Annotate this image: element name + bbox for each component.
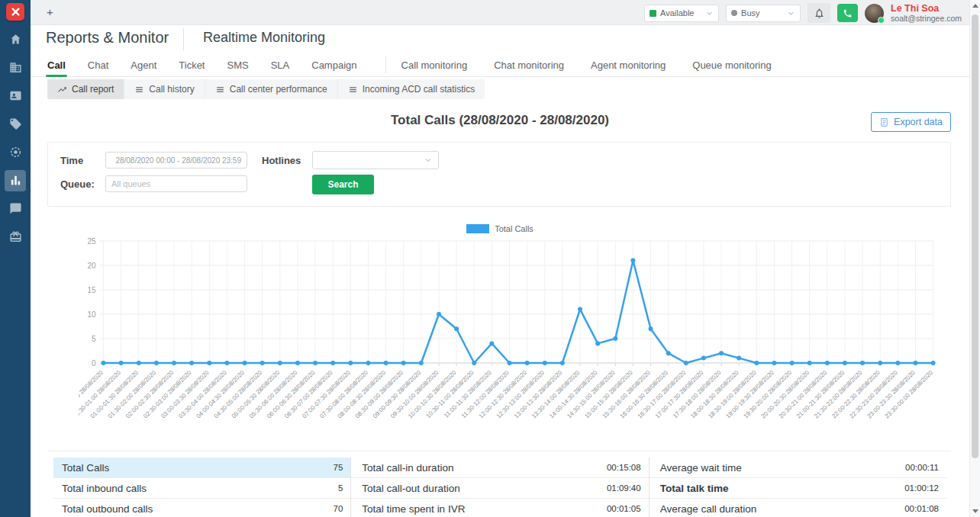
stat-row-total-time-spent-in-ivr[interactable]: Total time spent in IVR00:01:05 (351, 499, 648, 517)
bell-icon (814, 8, 825, 19)
time-range-value: 28/08/2020 00:00 - 28/08/2020 23:59 (115, 156, 241, 165)
stat-value: 01:09:40 (607, 483, 641, 493)
stat-label: Total call-in duration (362, 462, 453, 474)
tab-sms[interactable]: SMS (226, 53, 250, 76)
tabs-divider (385, 56, 386, 73)
page-scrollbar[interactable] (969, 0, 980, 517)
stats-column: Average wait time00:00:11Total talk time… (650, 458, 946, 517)
chevron-down-icon (705, 9, 714, 18)
tab-sla[interactable]: SLA (269, 53, 292, 76)
target-icon (5, 142, 26, 163)
busy-value: Busy (741, 8, 759, 18)
subtab-call-report[interactable]: Call report (47, 79, 124, 99)
user-info[interactable]: Le Thi Soa soalt@stringee.com (891, 3, 965, 23)
sidebar-item-addons[interactable] (0, 223, 31, 251)
availability-select[interactable]: Available (644, 5, 719, 22)
tab-agent[interactable]: Agent (129, 53, 158, 76)
stat-row-total-call-out-duration[interactable]: Total call-out duration01:09:40 (351, 478, 648, 499)
svg-text:25: 25 (87, 237, 96, 246)
list-icon (348, 85, 358, 95)
stat-label: Total outbound calls (62, 503, 153, 515)
stat-row-total-calls[interactable]: Total Calls75 (53, 458, 350, 478)
available-status-icon (650, 10, 656, 17)
search-button[interactable]: Search (312, 175, 374, 194)
notifications-button[interactable] (808, 3, 830, 23)
subtab-label: Call center performance (230, 84, 327, 95)
chevron-down-icon (787, 9, 795, 18)
chat-bubble-icon (5, 198, 26, 220)
stat-label: Total talk time (660, 483, 729, 494)
scrollbar-thumb[interactable] (972, 14, 978, 458)
subtab-call-center-performance[interactable]: Call center performance (205, 79, 338, 99)
stat-row-total-talk-time[interactable]: Total talk time01:00:12 (650, 478, 946, 499)
tab-ticket[interactable]: Ticket (177, 53, 206, 76)
sidebar (0, 0, 31, 517)
subtab-call-history[interactable]: Call history (124, 79, 205, 99)
sidebar-item-campaigns[interactable] (0, 138, 31, 166)
svg-text:10: 10 (87, 310, 96, 319)
stat-label: Total time spent in IVR (362, 503, 465, 515)
sidebar-item-tags[interactable] (0, 110, 31, 138)
sidebar-nav (0, 25, 31, 251)
time-label: Time (60, 155, 83, 166)
scroll-up-arrow-icon[interactable] (972, 4, 978, 8)
main-content: Reports & Monitor Realtime Monitoring Ca… (31, 25, 969, 517)
call-button[interactable] (837, 4, 858, 22)
stat-value: 00:00:11 (905, 463, 939, 472)
export-data-label: Export data (894, 117, 943, 127)
busy-select[interactable]: Busy (726, 5, 801, 22)
stat-label: Average wait time (660, 462, 742, 474)
gift-icon (5, 226, 26, 248)
stringee-logo-icon[interactable] (6, 3, 24, 21)
stat-value: 00:01:05 (607, 504, 641, 513)
building-icon (5, 57, 26, 79)
new-tab-button[interactable]: + (47, 5, 53, 18)
queue-label: Queue: (60, 178, 95, 190)
stat-row-average-call-duration[interactable]: Average call duration00:01:08 (650, 499, 946, 517)
subtab-incoming-acd-call-statistics[interactable]: Incoming ACD call statistics (338, 79, 485, 99)
tab-call[interactable]: Call (46, 53, 67, 76)
sidebar-item-contacts[interactable] (0, 82, 31, 110)
header-divider (183, 28, 184, 50)
svg-text:15: 15 (87, 286, 96, 294)
export-data-button[interactable]: Export data (871, 112, 951, 132)
stats-separator (47, 451, 951, 451)
chevron-down-icon (424, 156, 433, 165)
tab-chat[interactable]: Chat (86, 53, 110, 76)
page-title: Reports & Monitor (46, 29, 169, 47)
topbar-right: Available Busy Le Thi Soa soalt@stringee… (644, 3, 965, 23)
tab-agent-monitoring[interactable]: Agent monitoring (589, 53, 667, 76)
stat-row-total-outbound-calls[interactable]: Total outbound calls70 (53, 499, 350, 517)
tab-chat-monitoring[interactable]: Chat monitoring (492, 53, 566, 76)
tab-campaign[interactable]: Campaign (310, 53, 358, 76)
sidebar-item-company[interactable] (0, 53, 31, 82)
tag-icon (5, 114, 26, 135)
scroll-down-arrow-icon[interactable] (972, 509, 978, 513)
report-subtabs: Call reportCall historyCall center perfo… (47, 79, 485, 99)
home-icon (5, 29, 26, 50)
svg-text:0: 0 (92, 359, 96, 368)
subtab-label: Call report (72, 84, 114, 95)
tab-queue-monitoring[interactable]: Queue monitoring (691, 53, 772, 76)
tab-call-monitoring[interactable]: Call monitoring (400, 53, 469, 76)
list-icon (215, 85, 225, 95)
stat-row-average-wait-time[interactable]: Average wait time00:00:11 (650, 458, 946, 478)
stat-row-total-inbound-calls[interactable]: Total inbound calls5 (53, 478, 350, 499)
queue-input[interactable] (105, 175, 247, 192)
list-icon (134, 85, 144, 95)
stat-row-total-call-in-duration[interactable]: Total call-in duration00:15:08 (351, 458, 648, 478)
time-range-input[interactable]: 28/08/2020 00:00 - 28/08/2020 23:59 (105, 152, 247, 169)
hotlines-select[interactable] (312, 151, 439, 169)
stats-column: Total Calls75Total inbound calls5Total o… (53, 458, 351, 517)
user-name: Le Thi Soa (891, 3, 962, 14)
stat-value: 75 (334, 463, 343, 472)
sidebar-item-chat[interactable] (0, 194, 31, 223)
stat-label: Total call-out duration (362, 483, 459, 494)
stats-column: Total call-in duration00:15:08Total call… (351, 458, 649, 517)
busy-status-icon (731, 10, 737, 16)
user-avatar[interactable] (865, 4, 884, 23)
sidebar-item-home[interactable] (0, 25, 31, 53)
sidebar-item-reports[interactable] (0, 166, 31, 194)
stat-value: 70 (334, 504, 343, 513)
stat-value: 00:15:08 (607, 463, 641, 472)
